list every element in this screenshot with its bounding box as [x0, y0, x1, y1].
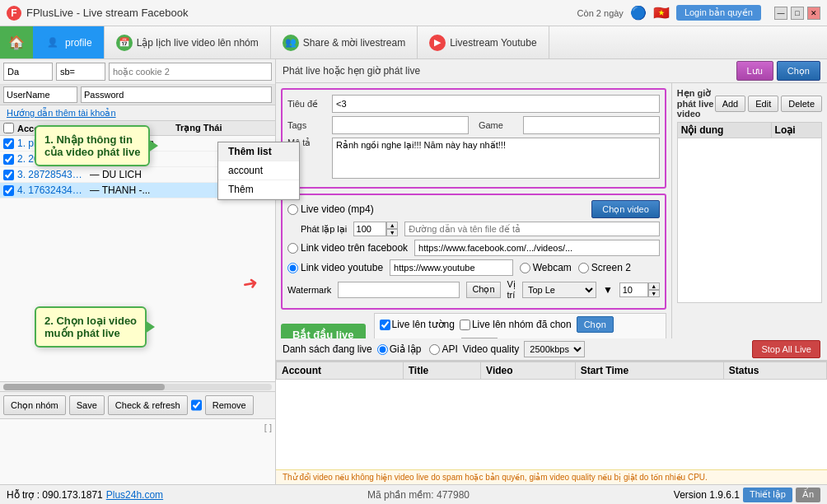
row-checkbox-4[interactable]	[3, 185, 14, 196]
right-form: Tiêu đề Tags Game Mô tả Rảnh ngồi nghe l…	[276, 83, 672, 338]
quality-select[interactable]: 2500kbps 1500kbps 1000kbps	[524, 341, 585, 357]
tooltip-2-arrow	[145, 320, 155, 334]
phat-lap-lai-input[interactable]	[353, 222, 386, 236]
api-option[interactable]: API	[429, 343, 457, 355]
close-button[interactable]: ✕	[807, 7, 820, 20]
schedule-header: Hẹn giờ phát live video Add Edit Delete	[677, 88, 822, 119]
screen-label[interactable]: Screen 2	[578, 262, 631, 273]
delete-schedule-button[interactable]: Delete	[781, 96, 822, 112]
live-video-radio[interactable]	[287, 204, 298, 215]
danh-sach-input[interactable]	[3, 63, 53, 81]
link-yt-radio[interactable]	[287, 263, 298, 273]
nav-item-schedule[interactable]: 📅 Lập lịch live video lên nhóm	[105, 26, 271, 58]
webcam-radio[interactable]	[520, 263, 530, 273]
game-label: Game	[479, 120, 520, 130]
maximize-button[interactable]: □	[791, 7, 804, 20]
link-youtube-row: Link video youtube Webcam Screen 2	[287, 259, 660, 276]
save-config-button[interactable]: Lưu	[736, 61, 773, 81]
chon-video-button[interactable]: Chọn video	[591, 200, 660, 218]
check-refresh-button[interactable]: Check & refresh	[108, 395, 188, 415]
duong-dan-input[interactable]	[404, 222, 660, 236]
live-len-tuong-option[interactable]: Live lên tường	[380, 319, 455, 330]
remove-checkbox[interactable]	[191, 395, 202, 415]
chon-nhom-live-button[interactable]: Chọn	[577, 316, 614, 333]
support-text: Hỗ trợ : 090.173.1871	[7, 489, 103, 501]
sb-input[interactable]	[56, 63, 105, 81]
live-len-nhom-option[interactable]: Live lên nhóm đã chon	[460, 319, 572, 330]
hide-button[interactable]: Ẩn	[796, 488, 820, 502]
tieu-de-input[interactable]	[332, 95, 660, 113]
screen-radio[interactable]	[578, 263, 589, 273]
left-scrollbar	[0, 381, 275, 391]
context-menu-them-list[interactable]: Thêm list	[218, 142, 299, 161]
select-all-checkbox[interactable]	[3, 123, 14, 133]
live-video-text: Live video (mp4)	[301, 203, 374, 215]
account-cell-4: 4. 1763243480...	[17, 184, 86, 196]
row-checkbox-1[interactable]	[3, 138, 14, 149]
size-spinner-down[interactable]: ▼	[648, 290, 660, 297]
flag-icon[interactable]: 🇻🇳	[653, 5, 670, 21]
webcam-label[interactable]: Webcam	[520, 262, 572, 273]
yt-url-input[interactable]	[390, 259, 513, 276]
spinner-down[interactable]: ▼	[386, 229, 398, 236]
chon-config-button[interactable]: Chọn	[777, 61, 820, 81]
link-fb-label[interactable]: Link video trên facebook	[287, 242, 408, 254]
profile-nav-icon: 👤	[44, 35, 61, 51]
guide-link[interactable]: Hướng dẫn thêm tài khoản	[3, 108, 119, 119]
row-checkbox-2[interactable]	[3, 154, 14, 165]
stop-all-button[interactable]: Stop All Live	[752, 340, 820, 358]
link-fb-radio[interactable]	[287, 243, 298, 254]
cookie-input[interactable]	[109, 63, 272, 81]
plus-link[interactable]: Plus24h.com	[106, 489, 163, 501]
profile-icon[interactable]: 🔵	[630, 5, 647, 21]
edit-schedule-button[interactable]: Edit	[748, 96, 778, 112]
gia-lap-option[interactable]: Giả lập	[377, 343, 422, 355]
phat-lap-lai-label: Phát lặp lại	[301, 224, 347, 235]
save-button[interactable]: Save	[69, 395, 105, 415]
row-checkbox-3[interactable]	[3, 170, 14, 180]
nav-item-profile[interactable]: 👤 profile	[33, 26, 105, 58]
api-radio[interactable]	[429, 344, 440, 355]
nav-home[interactable]: 🏠	[0, 26, 33, 58]
tooltip-1: 1. Nhập thông tin của video phát live	[35, 125, 150, 166]
nav-item-youtube[interactable]: ▶ Livestream Youtube	[418, 26, 549, 58]
form-fields-section: Tiêu đề Tags Game Mô tả Rảnh ngồi nghe l…	[281, 88, 666, 189]
nav-item-share[interactable]: 👥 Share & mời livestream	[271, 26, 418, 58]
remove-button[interactable]: Remove	[205, 395, 254, 415]
context-menu-account[interactable]: account	[218, 161, 299, 180]
add-schedule-button[interactable]: Add	[715, 96, 746, 112]
days-remaining: Còn 2 ngày	[577, 8, 624, 18]
live-len-nhom-checkbox[interactable]	[460, 320, 470, 330]
username-input[interactable]	[3, 86, 77, 103]
watermark-input[interactable]	[338, 282, 460, 298]
footer-right: Version 1.9.6.1 Thiết lập Ẩn	[674, 488, 820, 502]
warning-text: Thử đổi video nếu không hiện video live …	[276, 469, 827, 484]
watermark-chon-button[interactable]: Chọn	[466, 282, 500, 298]
link-yt-label[interactable]: Link video youtube	[287, 262, 383, 273]
vi-tri-select[interactable]: Top Le Top Right Bottom Le Bottom Right	[522, 282, 596, 298]
login-button[interactable]: Login bản quyền	[676, 5, 761, 21]
live-video-row: Live video (mp4) Chọn video	[287, 200, 660, 218]
gia-lap-radio[interactable]	[377, 344, 388, 355]
section-title: Phát live hoặc hẹn giờ phát live	[283, 65, 420, 77]
password-input[interactable]	[81, 86, 272, 103]
mo-ta-textarea[interactable]: Rảnh ngồi nghe lại!!! Năm này hay nhất!!…	[332, 138, 660, 179]
context-menu-them[interactable]: Thêm	[218, 180, 299, 199]
size-spinner-up[interactable]: ▲	[648, 282, 660, 290]
chon-nhom-button[interactable]: Chọn nhóm	[3, 395, 66, 415]
game-input[interactable]	[523, 116, 660, 134]
settings-button[interactable]: Thiết lập	[743, 488, 792, 502]
size-input[interactable]	[619, 282, 648, 297]
minimize-button[interactable]: —	[774, 7, 787, 20]
nav-share-label: Share & mời livestream	[303, 37, 405, 49]
fb-url-input[interactable]	[414, 240, 660, 256]
link-facebook-row: Link video trên facebook	[287, 240, 660, 256]
tags-input[interactable]	[332, 116, 469, 134]
quality-label: Video quality	[463, 343, 520, 355]
live-len-tuong-checkbox[interactable]	[380, 320, 390, 330]
window-controls: — □ ✕	[774, 7, 820, 20]
context-menu: Thêm list account Thêm	[217, 142, 300, 200]
live-video-label[interactable]: Live video (mp4)	[287, 203, 374, 215]
left-bottom-btns: Chọn nhóm Save Check & refresh Remove	[0, 391, 275, 418]
spinner-up[interactable]: ▲	[386, 222, 398, 229]
